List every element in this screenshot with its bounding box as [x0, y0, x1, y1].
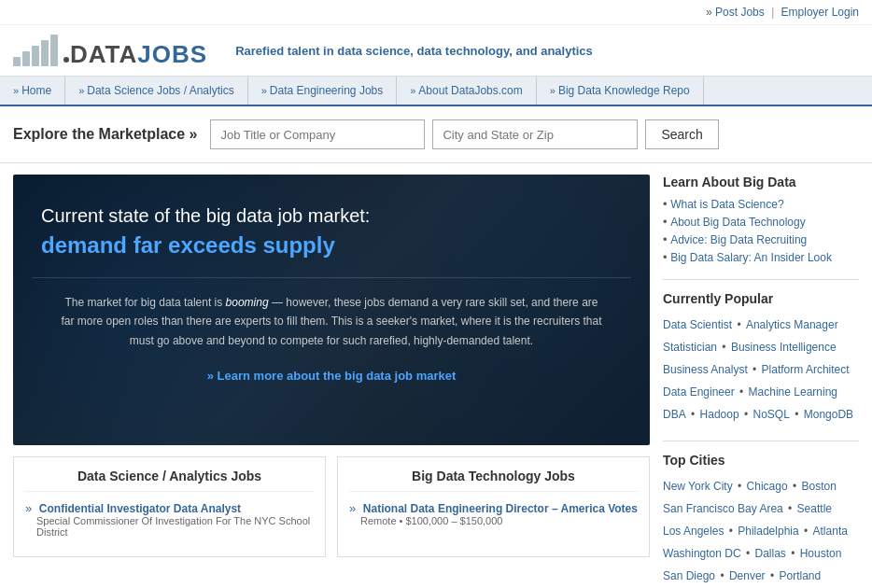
bar-2: [22, 51, 30, 66]
tagline-pre: Rarefied: [235, 44, 288, 58]
city-philadelphia[interactable]: Philadelphia: [738, 525, 798, 538]
header: DATAJOBS Rarefied talent in data science…: [0, 25, 872, 77]
nav-about[interactable]: »About DataJobs.com: [397, 77, 537, 105]
tagline: Rarefied talent in data science, data te…: [235, 44, 593, 58]
logo-bars: [13, 35, 58, 66]
tag-platform-architect[interactable]: Platform Architect: [762, 363, 850, 376]
job-company-1: Special Commissioner Of Investigation Fo…: [36, 515, 314, 538]
employer-login-link[interactable]: Employer Login: [781, 6, 859, 19]
hero-body-em: booming: [226, 296, 269, 309]
tag-dba[interactable]: DBA: [663, 408, 686, 421]
city-houston[interactable]: Houston: [800, 547, 842, 560]
logo-jobs: JOBS: [137, 40, 207, 68]
logo-dot: [63, 57, 69, 63]
tag-mongodb[interactable]: MongoDB: [804, 408, 853, 421]
learn-link-item-1: What is Data Science?: [663, 197, 859, 211]
cities-section: Top Cities New York City • Chicago • Bos…: [663, 453, 859, 587]
city-atlanta[interactable]: Atlanta: [813, 525, 848, 538]
learn-link-item-4: Big Data Salary: An Insider Look: [663, 250, 859, 264]
learn-link-3[interactable]: Advice: Big Data Recruiting: [670, 233, 807, 246]
job-card-big-data: Big Data Technology Jobs » National Data…: [337, 456, 650, 557]
job-card-title-2: Big Data Technology Jobs: [349, 469, 638, 492]
city-portland[interactable]: Portland: [779, 569, 821, 582]
hero-title-line1: Current state of the big data job market…: [41, 203, 622, 229]
right-sidebar: Learn About Big Data What is Data Scienc…: [663, 175, 859, 588]
tag-statistician[interactable]: Statistician: [663, 341, 717, 354]
hero-divider: [32, 277, 631, 278]
job-card-title-1: Data Science / Analytics Jobs: [25, 469, 314, 492]
city-la[interactable]: Los Angeles: [663, 525, 724, 538]
city-seattle[interactable]: Seattle: [797, 502, 832, 515]
city-chicago[interactable]: Chicago: [747, 480, 788, 493]
city-denver[interactable]: Denver: [729, 569, 766, 582]
job-entry-1: » Confidential Investigator Data Analyst…: [25, 501, 314, 538]
city-sandiego[interactable]: San Diego: [663, 569, 715, 582]
bar-4: [41, 40, 49, 66]
left-column: Current state of the big data job market…: [13, 175, 650, 588]
job-link-1[interactable]: Confidential Investigator Data Analyst: [39, 502, 241, 515]
nav-data-science[interactable]: »Data Science Jobs / Analytics: [65, 77, 248, 105]
logo-area: DATAJOBS: [13, 35, 207, 66]
learn-link-item-3: Advice: Big Data Recruiting: [663, 232, 859, 246]
tag-data-engineer[interactable]: Data Engineer: [663, 385, 735, 399]
hero-learn-more-link[interactable]: » Learn more about the big data job mark…: [41, 369, 622, 383]
arrow-icon: »: [706, 6, 712, 19]
nav-knowledge-repo[interactable]: »Big Data Knowledge Repo: [537, 77, 704, 105]
city-dc[interactable]: Washington DC: [663, 547, 741, 560]
tag-business-intelligence[interactable]: Business Intelligence: [731, 341, 837, 354]
top-bar: » Post Jobs | Employer Login: [0, 0, 872, 25]
job-link-2[interactable]: National Data Engineering Director – Ame…: [363, 502, 638, 515]
main-content: Current state of the big data job market…: [0, 163, 872, 588]
popular-section: Currently Popular Data Scientist • Analy…: [663, 291, 859, 426]
tag-hadoop[interactable]: Hadoop: [700, 408, 739, 421]
bar-5: [50, 35, 58, 66]
city-dallas[interactable]: Dallas: [754, 547, 785, 560]
search-bar: Explore the Marketplace » Search: [0, 106, 872, 163]
cities-heading: Top Cities: [663, 453, 859, 468]
tag-nosql[interactable]: NoSQL: [752, 408, 789, 421]
nav-home[interactable]: »Home: [0, 77, 65, 105]
learn-link-1[interactable]: What is Data Science?: [670, 198, 783, 211]
tag-data-scientist[interactable]: Data Scientist: [663, 318, 732, 331]
learn-link-item-2: About Big Data Technology: [663, 215, 859, 229]
tagline-post: in data science, data technology, and an…: [319, 44, 592, 58]
learn-section: Learn About Big Data What is Data Scienc…: [663, 175, 859, 264]
hero-section: Current state of the big data job market…: [13, 175, 650, 445]
hero-title-line2: demand far exceeds supply: [41, 232, 622, 259]
city-input[interactable]: [432, 119, 638, 149]
job-entry-2: » National Data Engineering Director – A…: [349, 501, 638, 526]
tag-machine-learning[interactable]: Machine Learning: [749, 385, 837, 399]
tag-business-analyst[interactable]: Business Analyst: [663, 363, 748, 376]
job-arrow-icon: »: [25, 501, 32, 515]
tag-analytics-manager[interactable]: Analytics Manager: [746, 318, 838, 331]
job-card-data-science: Data Science / Analytics Jobs » Confiden…: [13, 456, 326, 557]
sidebar-divider-1: [663, 279, 859, 280]
hero-body: The market for big data talent is boomin…: [41, 293, 622, 350]
search-input[interactable]: [210, 119, 425, 149]
logo-data: DATA: [70, 40, 137, 68]
learn-link-2[interactable]: About Big Data Technology: [670, 216, 806, 229]
job-arrow-icon-2: »: [349, 501, 356, 515]
cities-tags: New York City • Chicago • Boston San Fra…: [663, 475, 859, 587]
popular-heading: Currently Popular: [663, 291, 859, 306]
hero-body-pre: The market for big data talent is: [65, 296, 226, 309]
city-boston[interactable]: Boston: [801, 480, 836, 493]
search-label: Explore the Marketplace »: [13, 126, 197, 143]
sidebar-divider-2: [663, 441, 859, 441]
learn-link-4[interactable]: Big Data Salary: An Insider Look: [670, 251, 832, 264]
city-sf[interactable]: San Francisco Bay Area: [663, 502, 783, 515]
job-meta-2: Remote • $100,000 – $150,000: [360, 515, 638, 526]
post-jobs-link[interactable]: Post Jobs: [715, 6, 765, 19]
city-nyc[interactable]: New York City: [663, 480, 733, 493]
bar-1: [13, 57, 21, 66]
search-button[interactable]: Search: [645, 119, 718, 149]
job-cards: Data Science / Analytics Jobs » Confiden…: [13, 456, 650, 557]
logo-text: DATAJOBS: [63, 42, 207, 66]
tagline-highlight: talent: [288, 44, 320, 58]
bar-3: [32, 46, 39, 66]
popular-tags: Data Scientist • Analytics Manager Stati…: [663, 314, 859, 426]
learn-heading: Learn About Big Data: [663, 175, 859, 189]
learn-links: What is Data Science? About Big Data Tec…: [663, 197, 859, 264]
main-nav: »Home »Data Science Jobs / Analytics »Da…: [0, 77, 872, 106]
nav-data-engineering[interactable]: »Data Engineering Jobs: [248, 77, 398, 105]
